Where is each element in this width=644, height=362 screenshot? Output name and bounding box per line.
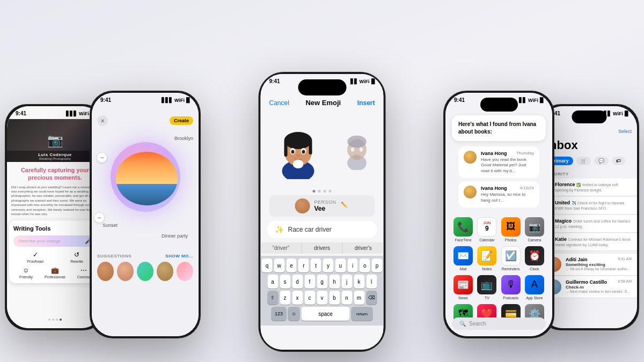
professional-button[interactable]: 💼 Professional [45, 267, 65, 279]
siri-query-text: Here's what I found from Ivana about boo… [458, 121, 539, 136]
wifi-icon: WiFi [360, 79, 370, 84]
email-content-1: Florence ✅ invited to izakaya soft openi… [555, 182, 632, 193]
app-photos[interactable]: 🖼 Photos [501, 217, 521, 242]
tab-chat[interactable]: 💬 [594, 157, 609, 165]
app-news[interactable]: 📰 News [453, 275, 473, 300]
key-h[interactable]: h [329, 275, 340, 289]
email-item-guillermo[interactable]: Guillermo Castillo 8:58 AM Check-in ... … [541, 276, 637, 298]
tv-icon: 📺 [477, 275, 496, 294]
key-p[interactable]: p [372, 258, 383, 272]
email-item-3[interactable]: Magico Order lunch and coffee for Neeta'… [541, 215, 637, 233]
key-t[interactable]: t [311, 258, 321, 272]
key-i[interactable]: i [347, 258, 358, 272]
select-button[interactable]: Select [618, 129, 632, 134]
text-input-row[interactable]: ✨ Race car driver [267, 221, 377, 238]
insert-button[interactable]: Insert [357, 99, 375, 107]
app-camera[interactable]: 📷 Camera [525, 217, 544, 242]
phone4-status-icons: ▋▋ WiFi ▉ [519, 98, 544, 103]
key-z[interactable]: z [280, 291, 290, 305]
key-d[interactable]: d [292, 275, 303, 289]
key-o[interactable]: o [360, 258, 370, 272]
key-q[interactable]: q [262, 258, 273, 272]
friendly-button[interactable]: ☺ Friendly [19, 267, 33, 279]
suggestion-avatar-3[interactable] [137, 262, 153, 281]
key-shift[interactable]: ⇧ [267, 291, 278, 305]
key-backspace[interactable]: ⌫ [366, 291, 377, 305]
app-notes[interactable]: 📝 Notes [477, 246, 496, 271]
email-item-aditi[interactable]: Aditi Jain 9:41 AM Something exciting ..… [541, 254, 637, 276]
suggestion-2[interactable]: drivers [302, 242, 342, 254]
key-c[interactable]: c [304, 291, 315, 305]
suggestion-avatar-4[interactable] [157, 262, 173, 281]
search-bar[interactable]: 🔍 Search [452, 317, 546, 330]
key-f[interactable]: f [304, 275, 315, 289]
suggestion-3[interactable]: driver's [343, 242, 384, 254]
key-s[interactable]: s [280, 275, 290, 289]
app-grid: 📞 FaceTime JUN9 Calendar 🖼 Photos 📷 Came… [445, 212, 552, 334]
minus-button-2[interactable]: − [94, 213, 104, 223]
edit-icon[interactable]: ✏️ [341, 202, 349, 210]
key-e[interactable]: e [286, 258, 297, 272]
signal-icon: ▋▋ [519, 98, 526, 103]
concise-button[interactable]: ⋯ Concise [77, 267, 91, 279]
keyboard-row-2: a s d f g h j k l [262, 275, 383, 289]
dot-3 [324, 190, 326, 193]
app-calendar[interactable]: JUN9 Calendar [477, 217, 496, 242]
app-reminders[interactable]: ☑️ Reminders [501, 246, 521, 271]
key-u[interactable]: u [335, 258, 346, 272]
key-emoji[interactable]: ☺ [288, 307, 300, 321]
suggestion-avatar-1[interactable] [97, 262, 114, 281]
key-y[interactable]: y [323, 258, 334, 272]
app-podcasts[interactable]: 🎙 Podcasts [501, 275, 521, 300]
close-button[interactable]: ✕ [97, 115, 108, 126]
suggestion-1[interactable]: "driver" [261, 242, 302, 254]
suggestion-avatar-2[interactable] [117, 262, 134, 281]
writing-tools-title: Writing Tools [13, 225, 50, 232]
key-a[interactable]: a [267, 275, 278, 289]
key-v[interactable]: v [317, 291, 327, 305]
app-tv[interactable]: 📺 TV [477, 275, 496, 300]
key-numbers[interactable]: 123 [272, 307, 287, 321]
key-n[interactable]: n [341, 291, 352, 305]
key-j[interactable]: j [341, 275, 352, 289]
message-item-2[interactable]: Ivana Hong 4/12/24 Hey Marissa, so nice … [458, 181, 539, 208]
message-item-1[interactable]: Ivana Hong Thursday Have you read the bo… [458, 146, 539, 178]
message-header-2: Ivana Hong 4/12/24 [481, 186, 534, 191]
minus-button-1[interactable]: − [97, 153, 107, 162]
news-icon: 📰 [453, 275, 473, 294]
key-x[interactable]: x [292, 291, 303, 305]
email-item-4[interactable]: Katie Contract for Michael Robinson's bo… [541, 233, 637, 251]
writing-tools-input[interactable]: Describe your change 🎤 [13, 235, 97, 247]
proofread-button[interactable]: ✓ Proofread [27, 251, 43, 263]
key-b[interactable]: b [329, 291, 340, 305]
message-name-2: Ivana Hong [481, 186, 507, 191]
key-g[interactable]: g [317, 275, 327, 289]
key-space[interactable]: space [302, 307, 350, 321]
tab-promo[interactable]: 🏷 [612, 157, 625, 165]
key-w[interactable]: w [274, 258, 284, 272]
tab-cart[interactable]: 🛒 [576, 157, 591, 165]
cancel-button[interactable]: Cancel [269, 99, 289, 107]
key-return[interactable]: return [352, 307, 373, 321]
key-l[interactable]: l [366, 275, 377, 289]
app-facetime[interactable]: 📞 FaceTime [453, 217, 473, 242]
writing-tools-main-buttons: ✓ Proofread ↺ Rewrite [13, 251, 97, 263]
email-item-2[interactable]: United ✈️ Check-in for flight to Newark … [541, 197, 637, 215]
phone1-status-bar: 9:41 ▋▋▋ WiFi ▉ [7, 110, 103, 116]
key-m[interactable]: m [354, 291, 364, 305]
signal-icon: ▋▋▋ [162, 98, 173, 103]
app-mail[interactable]: ✉️ Mail [453, 246, 473, 271]
email-item-1[interactable]: Florence ✅ invited to izakaya soft openi… [541, 179, 637, 196]
phone2-time: 9:41 [100, 97, 111, 103]
email-preview-aditi: ... YA sci-fi trilogy by Ghanaian author… [566, 267, 632, 271]
key-k[interactable]: k [354, 275, 364, 289]
svg-rect-4 [284, 141, 287, 157]
show-more-link[interactable]: SHOW MO... [165, 254, 193, 258]
rewrite-button[interactable]: ↺ Rewrite [70, 251, 83, 263]
app-clock[interactable]: ⏰ Clock [525, 246, 544, 271]
create-badge[interactable]: Create [170, 116, 193, 125]
key-r[interactable]: r [298, 258, 309, 272]
camera-icon: 📷 [525, 217, 544, 237]
suggestion-avatar-5[interactable] [177, 262, 193, 281]
app-appstore[interactable]: A App Store [525, 275, 544, 300]
